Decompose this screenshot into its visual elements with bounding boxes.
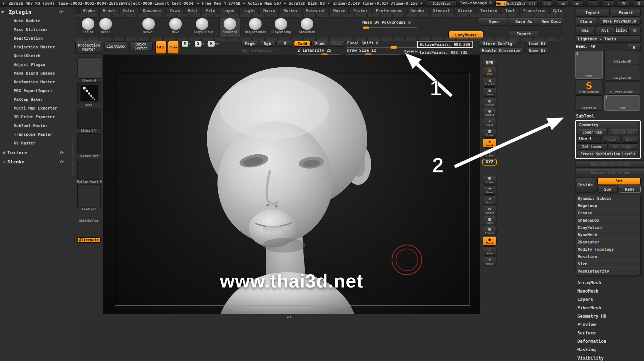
- geometry-header[interactable]: Geometry: [577, 122, 639, 128]
- make-polymesh3d-button[interactable]: Make PolyMesh3D: [598, 18, 641, 25]
- subpalette-row[interactable]: MeshIntegrity: [576, 267, 640, 275]
- stroke-section-header[interactable]: ∿ Stroke ⟳: [0, 158, 75, 166]
- subtool-header[interactable]: SubTool: [576, 114, 641, 119]
- import-button[interactable]: Import: [508, 30, 539, 38]
- active-tool-slider[interactable]: Head. 49 R: [575, 44, 641, 50]
- menu-item[interactable]: Alpha: [80, 8, 98, 14]
- current-stroke-thumb[interactable]: Dots: [77, 82, 101, 107]
- current-alpha-thumb[interactable]: Alpha Off: [77, 108, 101, 132]
- shelf-icon-button[interactable]: S SPix: [483, 67, 496, 76]
- shelf-icon-button[interactable]: ⇗ Scale: [483, 195, 496, 205]
- current-material-thumb[interactable]: MatCap Pearl G: [77, 159, 101, 183]
- tool-export-button[interactable]: Export: [611, 9, 641, 17]
- r-toggle[interactable]: R: [628, 44, 641, 51]
- plugin-item[interactable]: SubTool Master: [0, 122, 75, 130]
- subpalette-row[interactable]: ZRemesher: [576, 238, 640, 246]
- brush-thumb[interactable]: ClayBuildup: [271, 17, 290, 34]
- subpalette-row[interactable]: Crease: [576, 209, 640, 217]
- menu-item[interactable]: Document: [140, 8, 165, 14]
- subpalette-row[interactable]: EdgeLoop: [576, 202, 640, 209]
- shelf-icon-button[interactable]: ◌ Solo: [483, 246, 496, 256]
- shelf-icon-button[interactable]: ⇅ Scroll: [483, 77, 496, 87]
- tool-thumb[interactable]: 3 Head: [575, 51, 603, 79]
- current-texture-thumb[interactable]: Texture Off: [77, 133, 101, 158]
- menu-item[interactable]: Marker: [280, 8, 301, 14]
- menu-item[interactable]: Picker: [350, 8, 371, 14]
- restore-button[interactable]: ⧉: [618, 0, 629, 7]
- refresh-icon[interactable]: ⟳: [59, 9, 63, 15]
- texture-section-header[interactable]: ▦ Texture ⟳: [0, 148, 75, 157]
- menu-item[interactable]: Brush: [100, 8, 118, 14]
- zsub-button[interactable]: Zsub: [311, 41, 328, 47]
- lightbox-tools-button[interactable]: Lightbox ▸ Tools: [575, 35, 641, 43]
- goz-all-button[interactable]: All: [596, 27, 614, 34]
- palette-row[interactable]: FiberMesh: [575, 304, 641, 312]
- menu-item[interactable]: Draw: [167, 8, 183, 14]
- menu-item[interactable]: Render: [408, 8, 428, 14]
- divide-button[interactable]: Divide: [575, 177, 596, 193]
- save-as-button[interactable]: Save As: [508, 18, 539, 25]
- subpalette-row[interactable]: Size: [576, 260, 640, 267]
- color-picker[interactable]: Gradient: [77, 184, 101, 211]
- close-button[interactable]: X: [633, 0, 644, 7]
- menu-item[interactable]: Light: [240, 8, 258, 14]
- draw-mode-button[interactable]: Draw: [168, 41, 179, 54]
- shelf-icon-button[interactable]: ● Ghost: [483, 236, 496, 246]
- mask-by-polygroups-slider[interactable]: Mask By Polygroups 0: [362, 20, 421, 29]
- plugin-item[interactable]: Misc Utilities: [0, 25, 75, 34]
- menu-item[interactable]: File: [203, 8, 218, 14]
- suv-button[interactable]: Suv: [597, 186, 618, 193]
- load-ui-button[interactable]: Load Ui: [526, 41, 548, 47]
- lower-res-button[interactable]: Lower Res: [577, 129, 608, 135]
- dock-right-icon[interactable]: |||▸: [541, 0, 553, 7]
- float-right-icon[interactable]: ▣▸: [572, 0, 584, 7]
- r-toggle[interactable]: R: [628, 27, 641, 34]
- m-button[interactable]: M: [276, 41, 293, 47]
- cage-button[interactable]: Cage: [603, 136, 620, 143]
- palette-row[interactable]: Surface: [575, 329, 641, 337]
- menu-item[interactable]: Tool: [502, 8, 518, 14]
- shelf-icon-button[interactable]: ↔ Move: [483, 185, 496, 195]
- shelf-icon-button[interactable]: ⊕ Zoom: [483, 87, 496, 97]
- del-lower-button[interactable]: Del Lower: [577, 143, 608, 150]
- plugin-item[interactable]: MatCap Baker: [0, 95, 75, 104]
- z-intensity-slider[interactable]: Z Intensity 25: [298, 48, 345, 55]
- plugin-item[interactable]: 3D Print Exporter: [0, 113, 75, 122]
- refresh-icon[interactable]: ⟳: [60, 150, 64, 155]
- subpalette-row[interactable]: ShadowBox: [576, 217, 640, 224]
- sdiv-slider[interactable]: SDiv 5: [577, 136, 602, 143]
- brush-thumb[interactable]: Weave1: [140, 17, 157, 34]
- tool-thumb[interactable]: S SimpleBrush: [575, 79, 603, 95]
- zcut-button[interactable]: Zcut: [329, 41, 345, 47]
- plugin-item[interactable]: Maya Blend Shapes: [0, 69, 75, 78]
- see-through-slider[interactable]: See-through 0: [460, 1, 492, 6]
- menu-item[interactable]: Edit: [185, 8, 201, 14]
- quick-sketch-button[interactable]: Quick Sketch: [129, 41, 153, 51]
- subpalette-row[interactable]: Modify Topology: [576, 246, 640, 253]
- shelf-icon-button[interactable]: ▨ Transp: [483, 226, 496, 235]
- subpalette-row[interactable]: Position: [576, 253, 640, 260]
- dynamic-label[interactable]: Dynamic: [404, 49, 418, 53]
- left-divider-texture[interactable]: [72, 138, 74, 176]
- shelf-icon-button[interactable]: ▣ Frame: [483, 175, 496, 185]
- shelf-icon-button[interactable]: ◈ Local: [483, 138, 496, 148]
- menu-item[interactable]: Preferences: [373, 8, 405, 14]
- menu-item[interactable]: Macro: [260, 8, 278, 14]
- menu-item[interactable]: Stroke: [455, 8, 475, 14]
- tool-thumb[interactable]: CL_fuse-c0002-: [604, 82, 640, 95]
- palette-row[interactable]: Visibility: [575, 354, 641, 361]
- goz-visible-button[interactable]: Visible: [615, 27, 627, 34]
- mask-slider-handle[interactable]: [362, 26, 370, 29]
- palette-row[interactable]: Masking: [575, 346, 641, 354]
- brush-thumb[interactable]: Move: [167, 17, 184, 34]
- menu-item[interactable]: Texture: [478, 8, 500, 14]
- shelf-icon-button[interactable]: ↻ Rotate: [483, 206, 496, 215]
- enable-customize-button[interactable]: Enable Customize: [479, 48, 523, 53]
- subpalette-row[interactable]: DynaMesh: [576, 231, 640, 238]
- brush-thumb[interactable]: Standard: [219, 17, 240, 37]
- del-higher-button[interactable]: Del Higher: [609, 143, 639, 150]
- menu-item[interactable]: Material: [303, 8, 328, 14]
- shelf-icon-button[interactable]: ≡ Xpose: [483, 257, 496, 266]
- minimize-button[interactable]: ↧: [602, 0, 614, 7]
- mrgb-button[interactable]: Mrgb: [242, 41, 258, 47]
